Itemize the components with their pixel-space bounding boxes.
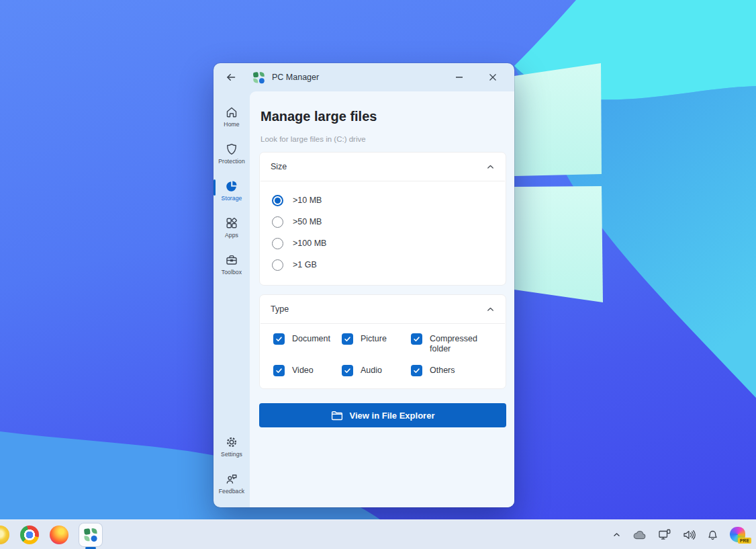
type-card-header[interactable]: Type (260, 295, 506, 323)
sidebar-item-label: Storage (222, 195, 242, 202)
sidebar-nav: Home Protection St (214, 91, 250, 507)
checkbox-label: Video (292, 365, 314, 376)
title-bar: PC Manager (214, 63, 514, 91)
taskbar-pinned-apps (0, 523, 102, 546)
system-tray: PRE (612, 527, 756, 542)
sidebar-item-protection[interactable]: Protection (214, 135, 250, 172)
checkbox-label: Audio (361, 365, 382, 376)
close-icon (489, 73, 497, 81)
feedback-icon (225, 472, 238, 486)
checkbox-checked[interactable] (342, 365, 353, 376)
sidebar-item-storage[interactable]: Storage (214, 172, 250, 209)
chrome-canary-icon[interactable] (0, 525, 9, 544)
folder-icon (331, 411, 343, 421)
radio-option-1gb[interactable]: >1 GB (272, 254, 495, 276)
view-in-file-explorer-button[interactable]: View in File Explorer (259, 403, 506, 427)
type-options: Document Picture Compressed folder (260, 324, 506, 388)
main-content: Manage large files Look for large files … (250, 91, 514, 507)
size-card: Size >10 MB >50 MB (259, 152, 506, 286)
radio-option-10mb[interactable]: >10 MB (272, 189, 495, 211)
volume-icon[interactable] (683, 530, 696, 540)
checkbox-option-others[interactable]: Others (411, 365, 495, 376)
radio-label: >10 MB (293, 196, 322, 205)
pc-manager-window: PC Manager (214, 63, 514, 507)
chevron-up-icon (486, 163, 495, 171)
active-nav-indicator (214, 179, 216, 196)
radio-unselected[interactable] (272, 238, 283, 249)
sidebar-item-label: Protection (218, 158, 245, 165)
sidebar-item-label: Feedback (219, 488, 245, 495)
firefox-icon[interactable] (50, 525, 68, 544)
sidebar-item-label: Home (224, 121, 239, 128)
type-card: Type Document Picture (259, 294, 506, 389)
storage-pie-icon (225, 179, 238, 193)
apps-grid-icon (225, 216, 238, 230)
checkbox-checked[interactable] (273, 333, 285, 345)
checkbox-label: Compressed folder (430, 333, 495, 354)
sidebar-item-home[interactable]: Home (214, 98, 250, 135)
checkbox-option-document[interactable]: Document (273, 333, 342, 354)
pc-manager-icon (83, 527, 98, 542)
back-arrow-icon (226, 72, 236, 83)
checkbox-label: Picture (361, 333, 387, 344)
desktop: PC Manager (0, 0, 756, 549)
toolbox-icon (225, 253, 238, 267)
shield-icon (225, 142, 238, 156)
radio-option-100mb[interactable]: >100 MB (272, 233, 495, 254)
checkbox-option-video[interactable]: Video (273, 365, 342, 376)
chrome-icon[interactable] (20, 525, 39, 544)
sidebar-item-label: Settings (221, 451, 242, 458)
sidebar-item-settings[interactable]: Settings (214, 428, 250, 465)
size-options: >10 MB >50 MB >100 MB >1 GB (260, 181, 506, 285)
active-app-indicator (85, 547, 96, 549)
pc-manager-taskbar-button[interactable] (79, 523, 102, 546)
gear-icon (225, 435, 238, 449)
radio-option-50mb[interactable]: >50 MB (272, 211, 495, 233)
checkbox-label: Document (292, 333, 330, 344)
notifications-bell-icon[interactable] (707, 529, 718, 540)
radio-selected[interactable] (272, 195, 283, 206)
checkbox-checked[interactable] (411, 333, 422, 345)
page-subtitle: Look for large files in (C:) drive (261, 135, 506, 143)
sidebar-item-toolbox[interactable]: Toolbox (214, 246, 250, 283)
checkbox-checked[interactable] (273, 365, 285, 376)
network-display-icon[interactable] (658, 529, 671, 541)
back-button[interactable] (222, 68, 240, 87)
sidebar-item-apps[interactable]: Apps (214, 209, 250, 246)
radio-label: >50 MB (293, 217, 322, 226)
size-card-title: Size (271, 162, 287, 171)
pc-manager-logo-icon (252, 71, 265, 84)
taskbar: PRE (0, 519, 756, 549)
minimize-button[interactable] (450, 68, 469, 87)
copilot-preview-badge: PRE (738, 538, 751, 544)
radio-unselected[interactable] (272, 216, 283, 228)
chevron-up-icon (486, 305, 495, 314)
hidden-icons-chevron-icon[interactable] (612, 530, 621, 539)
page-title: Manage large files (261, 109, 506, 124)
minimize-icon (455, 73, 463, 81)
size-card-header[interactable]: Size (260, 153, 506, 181)
onedrive-cloud-icon[interactable] (632, 530, 647, 540)
sidebar-item-label: Toolbox (222, 269, 242, 276)
checkbox-checked[interactable] (411, 365, 422, 376)
close-button[interactable] (483, 68, 502, 87)
checkbox-label: Others (430, 365, 455, 376)
sidebar-item-label: Apps (225, 232, 238, 239)
button-label: View in File Explorer (350, 411, 435, 421)
checkbox-option-picture[interactable]: Picture (342, 333, 411, 354)
sidebar-item-feedback[interactable]: Feedback (214, 465, 250, 502)
checkbox-option-compressed-folder[interactable]: Compressed folder (411, 333, 495, 354)
window-title: PC Manager (272, 73, 319, 82)
copilot-icon[interactable]: PRE (730, 527, 745, 542)
checkbox-option-audio[interactable]: Audio (342, 365, 411, 376)
checkbox-checked[interactable] (342, 333, 353, 345)
radio-unselected[interactable] (272, 259, 283, 271)
radio-label: >100 MB (293, 239, 326, 248)
type-card-title: Type (271, 304, 289, 314)
home-icon (225, 105, 238, 119)
radio-label: >1 GB (293, 260, 317, 269)
